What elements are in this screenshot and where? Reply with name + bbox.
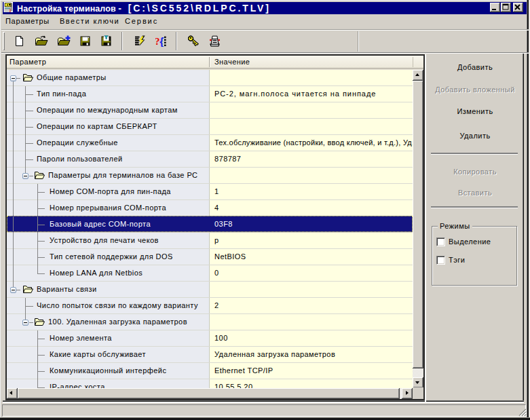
svg-text:{: { <box>159 36 164 47</box>
